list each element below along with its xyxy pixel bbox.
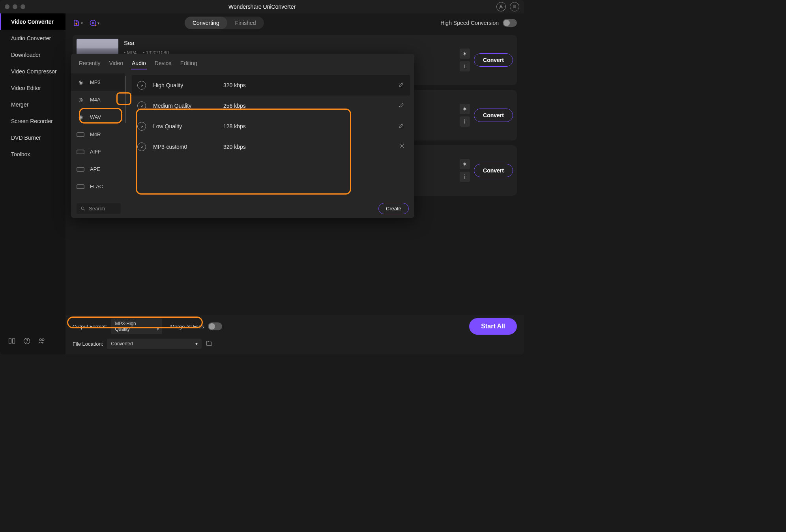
svg-point-6	[39, 339, 41, 341]
disc-icon: ◎	[77, 96, 84, 103]
info-icon[interactable]: i	[460, 116, 470, 127]
merge-label: Merge All Files	[170, 324, 204, 330]
app-title: Wondershare UniConverter	[228, 4, 296, 10]
format-popover: Recently Video Audio Device Editing ◉MP3…	[71, 54, 414, 218]
close-dot[interactable]	[5, 4, 9, 9]
tab-device[interactable]: Device	[154, 59, 172, 69]
svg-point-0	[500, 5, 502, 7]
open-folder-icon[interactable]	[206, 340, 213, 348]
sidebar-item-video-converter[interactable]: Video Converter	[0, 13, 66, 30]
sidebar-item-video-compressor[interactable]: Video Compressor	[0, 63, 66, 80]
sidebar-item-video-editor[interactable]: Video Editor	[0, 80, 66, 96]
file-location-select[interactable]: Converted▾	[107, 339, 202, 349]
svg-point-14	[81, 207, 84, 210]
audio-icon	[137, 142, 146, 151]
format-aiff[interactable]: AIFF	[71, 143, 125, 160]
tab-video[interactable]: Video	[108, 59, 124, 69]
help-icon[interactable]	[23, 337, 31, 347]
quality-row-medium[interactable]: Medium Quality 256 kbps	[132, 96, 410, 116]
svg-point-7	[42, 339, 44, 341]
format-badge-icon	[77, 148, 84, 155]
settings-icon[interactable]: ✶	[460, 104, 470, 114]
menu-icon[interactable]	[510, 2, 519, 11]
account-icon[interactable]	[496, 2, 506, 11]
audio-icon	[137, 122, 146, 131]
tutorial-icon[interactable]	[8, 337, 16, 347]
info-icon[interactable]: i	[460, 172, 470, 182]
popover-tabs: Recently Video Audio Device Editing	[71, 54, 414, 73]
sidebar-item-downloader[interactable]: Downloader	[0, 47, 66, 63]
start-all-button[interactable]: Start All	[469, 318, 517, 335]
quality-column: High Quality 320 kbps Medium Quality 256…	[127, 73, 414, 199]
quality-row-custom[interactable]: MP3-custom0 320 kbps	[132, 137, 410, 157]
create-button[interactable]: Create	[378, 203, 409, 214]
minimize-dot[interactable]	[13, 4, 17, 9]
format-wav[interactable]: ◉WAV	[71, 108, 125, 126]
sidebar-item-dvd-burner[interactable]: DVD Burner	[0, 129, 66, 146]
file-title: Sea	[124, 39, 169, 46]
quality-row-high[interactable]: High Quality 320 kbps	[132, 75, 410, 96]
segment-finished[interactable]: Finished	[227, 17, 264, 29]
add-file-icon[interactable]: ▾	[73, 18, 83, 28]
svg-rect-12	[77, 167, 84, 171]
audio-icon	[137, 81, 146, 90]
bottom-bar: Output Format: MP3-High Quality ▾ Merge …	[66, 315, 524, 354]
svg-point-5	[27, 343, 27, 343]
format-flac[interactable]: FLAC	[71, 178, 125, 195]
tab-recently[interactable]: Recently	[78, 59, 101, 69]
convert-button[interactable]: Convert	[474, 164, 513, 177]
output-format-label: Output Format:	[73, 324, 107, 330]
hsc-toggle[interactable]	[503, 19, 517, 27]
file-location-label: File Location:	[73, 341, 103, 347]
window-controls	[5, 4, 25, 9]
edit-icon[interactable]	[399, 81, 405, 89]
format-mp3[interactable]: ◉MP3	[71, 73, 125, 91]
disc-icon: ◉	[77, 113, 84, 121]
sidebar-item-merger[interactable]: Merger	[0, 96, 66, 113]
status-segment: Converting Finished	[185, 17, 264, 29]
load-dvd-icon[interactable]: ▾	[89, 18, 99, 28]
edit-icon[interactable]	[399, 102, 405, 110]
merge-toggle[interactable]	[208, 322, 222, 330]
search-icon	[80, 206, 86, 211]
disc-icon: ◉	[77, 78, 84, 86]
format-ape[interactable]: APE	[71, 160, 125, 178]
sidebar-item-audio-converter[interactable]: Audio Converter	[0, 30, 66, 47]
format-m4a[interactable]: ◎M4A	[71, 91, 125, 108]
delete-icon[interactable]	[399, 143, 405, 150]
svg-rect-13	[77, 185, 84, 189]
output-format-select[interactable]: MP3-High Quality ▾	[111, 318, 162, 334]
svg-rect-11	[77, 150, 84, 154]
sidebar-item-toolbox[interactable]: Toolbox	[0, 146, 66, 163]
format-badge-icon	[77, 182, 84, 190]
sidebar: Video Converter Audio Converter Download…	[0, 13, 66, 354]
format-badge-icon	[77, 165, 84, 173]
hsc-label: High Speed Conversion	[440, 20, 499, 26]
segment-converting[interactable]: Converting	[185, 17, 227, 29]
content-area: ▾ ▾ Converting Finished High Speed Conve…	[66, 13, 524, 354]
format-badge-icon	[77, 130, 84, 138]
convert-button[interactable]: Convert	[474, 109, 513, 122]
tab-editing[interactable]: Editing	[180, 59, 198, 69]
sidebar-item-screen-recorder[interactable]: Screen Recorder	[0, 113, 66, 129]
settings-icon[interactable]: ✶	[460, 159, 470, 169]
zoom-dot[interactable]	[21, 4, 25, 9]
format-column: ◉MP3 ◎M4A ◉WAV M4R AIFF APE FLAC	[71, 73, 125, 199]
tab-audio[interactable]: Audio	[131, 59, 147, 69]
quality-row-low[interactable]: Low Quality 128 kbps	[132, 116, 410, 137]
info-icon[interactable]: i	[460, 61, 470, 71]
edit-icon[interactable]	[399, 122, 405, 130]
format-m4r[interactable]: M4R	[71, 126, 125, 143]
toolbar: ▾ ▾ Converting Finished High Speed Conve…	[66, 13, 524, 32]
convert-button[interactable]: Convert	[474, 53, 513, 67]
svg-point-9	[92, 22, 94, 23]
feedback-icon[interactable]	[38, 337, 46, 347]
audio-icon	[137, 101, 146, 110]
svg-rect-10	[77, 133, 84, 137]
settings-icon[interactable]: ✶	[460, 49, 470, 59]
titlebar: Wondershare UniConverter	[0, 0, 524, 13]
search-input[interactable]: Search	[77, 203, 121, 214]
